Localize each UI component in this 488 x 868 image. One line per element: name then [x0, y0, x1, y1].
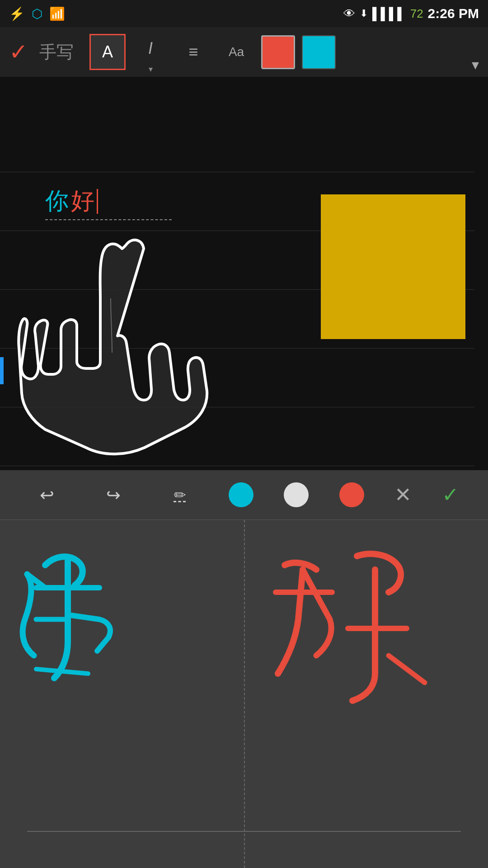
toolbar-title: 手写 — [39, 41, 74, 64]
italic-dropdown[interactable]: I ▾ — [132, 30, 169, 74]
italic-caret-icon: ▾ — [149, 64, 153, 74]
toolbar-chevron-icon[interactable]: ▾ — [472, 56, 479, 73]
bluetooth-icon: ⬡ — [32, 6, 42, 21]
hw-confirm-button[interactable]: ✓ — [442, 483, 459, 507]
svg-line-3 — [348, 222, 393, 267]
svg-line-6 — [393, 267, 438, 311]
eraser-button[interactable]: ✏ — [162, 477, 198, 513]
usb-icon: ⚡ — [9, 6, 25, 21]
hw-char-cyan-svg — [9, 529, 230, 701]
undo-button[interactable]: ↩ — [29, 477, 65, 513]
undo-icon: ↩ — [40, 485, 54, 505]
svg-line-4 — [393, 222, 438, 267]
canvas-text-display: 你 好 — [45, 185, 172, 217]
canvas-line-1 — [0, 172, 474, 172]
color-gradient-box — [321, 194, 465, 339]
signal-icon: ▌▌▌▌ — [372, 7, 406, 21]
hand-gesture-image — [14, 226, 230, 461]
text-cyan-char: 你 — [45, 185, 69, 217]
italic-button[interactable]: I — [132, 30, 169, 66]
font-a-button[interactable]: A — [89, 34, 126, 70]
bottom-panel: ↩ ↪ ✏ ✕ ✓ — [0, 470, 488, 868]
wifi-icon: 📶 — [49, 6, 65, 21]
text-cursor — [97, 189, 98, 214]
hw-char-red-svg — [258, 529, 479, 719]
redo-button[interactable]: ↪ — [95, 477, 131, 513]
status-icons-right: 👁 ⬇ ▌▌▌▌ 72 2:26 PM — [343, 6, 479, 21]
color-red-swatch[interactable] — [261, 35, 295, 69]
color-cyan-dot[interactable] — [229, 482, 253, 507]
eye-icon: 👁 — [343, 7, 355, 21]
text-underline — [45, 219, 172, 220]
eraser-icon: ✏ — [174, 486, 186, 504]
hw-baseline — [27, 831, 461, 832]
time-display: 2:26 PM — [428, 6, 479, 21]
battery-level: 72 — [410, 7, 423, 21]
canvas-line-6 — [0, 466, 474, 466]
hw-vertical-divider — [244, 520, 245, 868]
main-canvas[interactable]: 你 好 — [0, 77, 488, 470]
color-white-dot[interactable] — [284, 482, 309, 507]
download-icon: ⬇ — [360, 8, 368, 19]
status-bar: ⚡ ⬡ 📶 👁 ⬇ ▌▌▌▌ 72 2:26 PM — [0, 0, 488, 27]
hw-toolbar: ↩ ↪ ✏ ✕ ✓ — [0, 470, 488, 520]
svg-line-5 — [348, 267, 393, 311]
status-icons-left: ⚡ ⬡ 📶 — [9, 6, 65, 21]
redo-icon: ↪ — [106, 485, 121, 505]
color-cyan-swatch[interactable] — [302, 35, 336, 69]
color-red-dot[interactable] — [339, 482, 364, 507]
align-button[interactable]: ≡ — [175, 34, 211, 70]
text-red-char: 好 — [71, 185, 94, 217]
hw-canvas[interactable] — [0, 520, 488, 868]
blue-left-marker — [0, 357, 4, 384]
main-toolbar: ✓ 手写 A I ▾ ≡ Aa ▾ — [0, 27, 488, 77]
font-size-button[interactable]: Aa — [218, 34, 254, 70]
cancel-button[interactable]: ✕ — [394, 483, 412, 507]
confirm-check-button[interactable]: ✓ — [9, 39, 28, 65]
canvas-text-area: 你 好 — [45, 185, 172, 220]
